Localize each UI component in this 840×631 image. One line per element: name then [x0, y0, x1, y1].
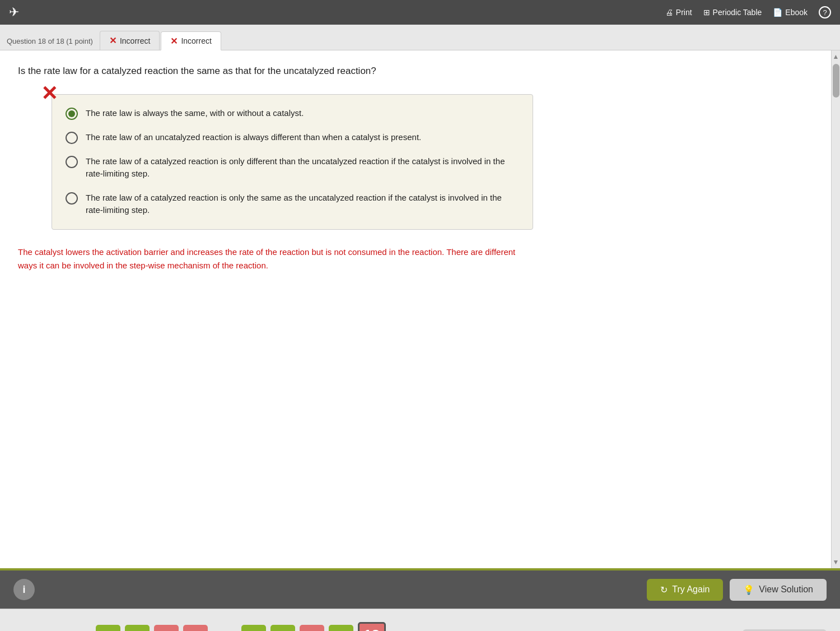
progress-item-17[interactable]: 17 ✓	[329, 625, 353, 632]
progress-num-12[interactable]: 12	[183, 625, 208, 632]
print-label: Print	[676, 8, 692, 17]
progress-num-18[interactable]: 18	[358, 622, 386, 632]
print-button[interactable]: 🖨 Print	[665, 8, 692, 17]
top-bar-right: 🖨 Print ⊞ Periodic Table 📄 Ebook ?	[665, 6, 831, 18]
progress-num-16[interactable]: 16	[300, 625, 324, 632]
option-b-radio[interactable]	[66, 132, 78, 144]
tab2-label: Incorrect	[181, 36, 211, 45]
try-again-button[interactable]: ↻ Try Again	[647, 579, 723, 601]
info-icon: i	[22, 584, 25, 596]
tab-1[interactable]: ✕ Incorrect	[100, 31, 160, 50]
print-icon: 🖨	[665, 8, 673, 17]
scroll-up-arrow[interactable]: ▲	[830, 50, 840, 63]
progress-num-11[interactable]: 11	[154, 625, 179, 632]
progress-item-10[interactable]: 10 ✓	[125, 625, 150, 632]
big-x-icon: ✕	[41, 83, 58, 104]
progress-num-13[interactable]: 13	[212, 625, 237, 632]
answer-box: ✕ The rate law is always the same, with …	[52, 94, 533, 230]
action-bar: i ↻ Try Again 💡 View Solution	[0, 568, 840, 609]
tab-bar: Question 18 of 18 (1 point) ✕ Incorrect …	[0, 25, 840, 50]
try-again-icon: ↻	[660, 584, 668, 595]
ebook-button[interactable]: 📄 Ebook	[773, 8, 808, 17]
option-b-row[interactable]: The rate law of an uncatalyzed reaction …	[61, 126, 524, 150]
view-solution-icon: 💡	[743, 584, 754, 595]
periodic-table-label: Periodic Table	[713, 8, 762, 17]
tab-2[interactable]: ✕ Incorrect	[161, 31, 221, 50]
option-d-text: The rate law of a catalyzed reaction is …	[86, 192, 519, 217]
view-solution-label: View Solution	[759, 584, 813, 595]
progress-item-18[interactable]: 18 ✕	[358, 622, 386, 632]
app-logo: ✈	[9, 5, 19, 20]
progress-item-12[interactable]: 12 ✕	[183, 625, 208, 632]
option-d-radio[interactable]	[66, 192, 78, 205]
progress-item-13[interactable]: 13	[212, 625, 237, 632]
option-c-row[interactable]: The rate law of a catalyzed reaction is …	[61, 150, 524, 186]
option-d-row[interactable]: The rate law of a catalyzed reaction is …	[61, 186, 524, 222]
help-icon: ?	[819, 6, 831, 18]
scroll-thumb[interactable]	[833, 64, 839, 98]
progress-item-11[interactable]: 11 ✕	[154, 625, 179, 632]
scrollbar[interactable]: ▲ ▼	[831, 50, 840, 568]
progress-num-10[interactable]: 10	[125, 625, 150, 632]
info-button[interactable]: i	[13, 579, 35, 600]
progress-item-16[interactable]: 16 ✕	[300, 625, 324, 632]
progress-num-15[interactable]: 15	[270, 625, 295, 632]
scroll-down-arrow[interactable]: ▼	[830, 556, 840, 568]
tab2-incorrect-icon: ✕	[170, 36, 178, 47]
top-bar: ✈ 🖨 Print ⊞ Periodic Table 📄 Ebook ?	[0, 0, 840, 25]
progress-item-15[interactable]: 15 ✓	[270, 625, 295, 632]
action-buttons: ↻ Try Again 💡 View Solution	[647, 579, 827, 601]
main-wrapper: Is the rate law for a catalyzed reaction…	[0, 50, 840, 568]
progress-num-17[interactable]: 17	[329, 625, 353, 632]
tab1-incorrect-icon: ✕	[109, 35, 116, 46]
progress-num-14[interactable]: 14	[241, 625, 266, 632]
ebook-label: Ebook	[785, 8, 808, 17]
option-a-radio[interactable]	[66, 108, 78, 120]
option-a-text: The rate law is always the same, with or…	[86, 107, 304, 120]
feedback-text: The catalyst lowers the activation barri…	[18, 245, 522, 272]
progress-bar: Progress : ‹ ... 9 ✓ 10 ✓ 11 ✕ 12 ✕ 13 1…	[0, 609, 840, 631]
periodic-table-icon: ⊞	[703, 8, 710, 17]
progress-num-9[interactable]: 9	[96, 625, 120, 632]
question-text: Is the rate law for a catalyzed reaction…	[18, 64, 813, 78]
view-solution-button[interactable]: 💡 View Solution	[730, 579, 827, 601]
question-info: Question 18 of 18 (1 point)	[7, 37, 100, 50]
try-again-label: Try Again	[672, 584, 710, 595]
option-b-text: The rate law of an uncatalyzed reaction …	[86, 131, 421, 144]
help-button[interactable]: ?	[819, 6, 831, 18]
tab1-label: Incorrect	[120, 36, 150, 45]
option-c-radio[interactable]	[66, 156, 78, 168]
progress-item-9[interactable]: 9 ✓	[96, 625, 120, 632]
main-content: Is the rate law for a catalyzed reaction…	[0, 50, 831, 568]
option-c-text: The rate law of a catalyzed reaction is …	[86, 155, 519, 180]
ebook-icon: 📄	[773, 8, 782, 17]
option-a-row[interactable]: The rate law is always the same, with or…	[61, 101, 524, 126]
progress-item-14[interactable]: 14 ✓	[241, 625, 266, 632]
periodic-table-button[interactable]: ⊞ Periodic Table	[703, 8, 762, 17]
